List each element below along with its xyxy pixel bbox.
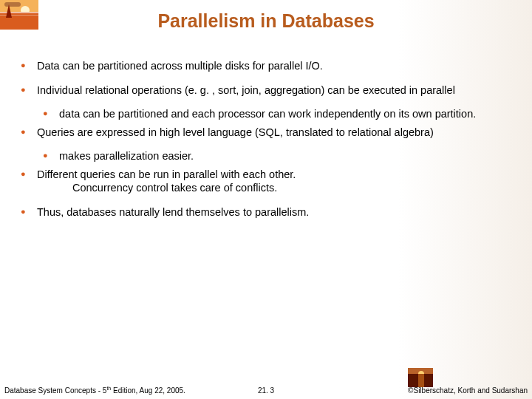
bullet-item: Different queries can be run in parallel…: [21, 168, 508, 195]
bullet-item: Queries are expressed in high level lang…: [21, 126, 508, 140]
sub-bullet-item: data can be partitioned and each process…: [21, 107, 508, 121]
footer-right: ©Silberschatz, Korth and Sudarshan: [408, 386, 528, 395]
slide-content: Data can be partitioned across multiple …: [21, 59, 508, 229]
bullet-item: Individual relational operations (e. g. …: [21, 83, 508, 98]
sunset-logo-icon: [408, 368, 433, 387]
bullet-item: Thus, databases naturally lend themselve…: [21, 205, 508, 219]
bullet-text: Different queries can be run in parallel…: [37, 168, 296, 180]
bullet-continuation: Concurrency control takes care of confli…: [37, 182, 277, 194]
slide-title: Parallelism in Databases: [0, 10, 532, 32]
bullet-item: Data can be partitioned across multiple …: [21, 59, 508, 73]
sub-bullet-item: makes parallelization easier.: [21, 149, 508, 163]
